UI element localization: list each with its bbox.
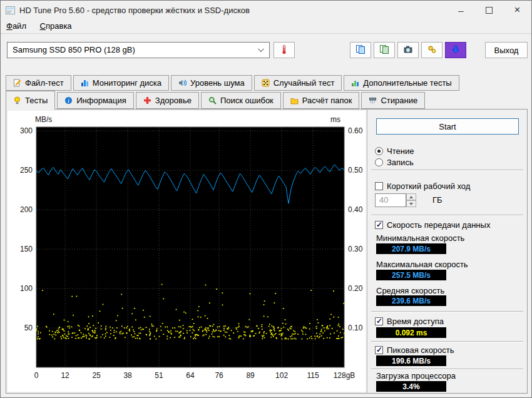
- checkbox-short-stroke[interactable]: Короткий рабочий ход: [375, 181, 470, 191]
- menu-item-help[interactable]: Справка: [34, 19, 78, 33]
- svg-text:25: 25: [92, 371, 101, 380]
- svg-text:115: 115: [307, 371, 319, 380]
- benchmark-chart: 3000.602500.502000.401500.301000.20500.1…: [8, 111, 366, 390]
- svg-text:0.40: 0.40: [348, 205, 363, 214]
- temperature-button[interactable]: [274, 42, 295, 58]
- gears-icon: [427, 44, 437, 56]
- tab-disk-monitor[interactable]: Мониторинг диска: [73, 75, 169, 91]
- drive-select[interactable]: Samsung SSD 850 PRO (128 gB): [7, 42, 270, 58]
- separator: [371, 215, 523, 216]
- svg-text:0: 0: [34, 371, 39, 380]
- close-button[interactable]: [503, 1, 531, 19]
- maximize-button[interactable]: [475, 1, 503, 19]
- menu-item-file[interactable]: Файл: [1, 19, 32, 33]
- tab-folder-usage[interactable]: Расчёт папок: [283, 92, 360, 109]
- tab-noise-level[interactable]: Уровень шума: [171, 75, 252, 91]
- svg-text:250: 250: [20, 166, 33, 175]
- menubar: Файл Справка: [1, 19, 531, 34]
- radio-write[interactable]: Запись: [375, 157, 414, 167]
- tab-extra-tests[interactable]: Дополнительные тесты: [344, 75, 459, 91]
- checkbox-icon: [375, 182, 383, 190]
- tab-error-scan[interactable]: Поиск ошибок: [201, 92, 281, 109]
- svg-text:200: 200: [20, 205, 33, 214]
- svg-text:76: 76: [215, 371, 223, 380]
- checkbox-burst-rate[interactable]: Пиковая скорость: [375, 345, 454, 355]
- access-time-label: Время доступа: [387, 317, 444, 326]
- checkbox-access-time[interactable]: Время доступа: [375, 316, 444, 326]
- tab-label: Информация: [76, 96, 126, 105]
- screenshot-button[interactable]: [397, 42, 419, 58]
- save-results-button[interactable]: [445, 42, 466, 58]
- svg-text:300: 300: [20, 126, 33, 135]
- tab-row-bottom: Тесты i Информация Здоровье Поиск ошибок…: [6, 92, 425, 110]
- separator: [371, 311, 523, 312]
- tests-tab-page: 3000.602500.502000.401500.301000.20500.1…: [6, 109, 528, 394]
- health-cross-icon: [143, 96, 151, 105]
- tab-label: Случайный тест: [274, 78, 335, 88]
- max-speed-value: 257.5 MB/s: [376, 270, 446, 280]
- folder-icon: [290, 96, 299, 105]
- cpu-usage-value: 3.4%: [376, 381, 446, 392]
- short-stroke-value-input[interactable]: 40: [375, 193, 406, 207]
- lamp-icon: [13, 96, 21, 105]
- start-button[interactable]: Start: [376, 118, 519, 135]
- shredder-icon: [369, 96, 377, 105]
- file-test-icon: [13, 79, 21, 87]
- avg-speed-value: 239.6 MB/s: [376, 295, 446, 306]
- radio-icon: [375, 158, 383, 166]
- tab-label: Здоровье: [155, 96, 192, 105]
- copy-image-icon: [379, 44, 389, 56]
- copy-info-button[interactable]: [350, 42, 371, 58]
- exit-button[interactable]: Выход: [485, 42, 528, 58]
- tab-label: Тесты: [25, 96, 48, 105]
- short-stroke-unit-label: ГБ: [432, 193, 442, 207]
- separator: [371, 170, 523, 171]
- copy-icon: [356, 44, 366, 56]
- spin-down-button[interactable]: [406, 200, 416, 207]
- start-button-label: Start: [439, 122, 456, 131]
- separator: [371, 369, 523, 370]
- svg-text:128gB: 128gB: [334, 371, 356, 380]
- options-button[interactable]: [421, 42, 442, 58]
- cpu-usage-label: Загрузка процессора: [376, 371, 456, 380]
- separator: [371, 341, 523, 342]
- short-stroke-size-control: 40 ГБ: [375, 193, 519, 207]
- minimize-button[interactable]: [447, 1, 475, 19]
- app-icon: [6, 6, 15, 14]
- tab-info[interactable]: i Информация: [57, 92, 134, 109]
- chevron-down-icon: [258, 46, 264, 52]
- download-arrow-icon: [451, 44, 461, 56]
- spin-up-button[interactable]: [406, 193, 416, 200]
- svg-text:0.10: 0.10: [348, 324, 363, 332]
- radio-write-label: Запись: [387, 158, 414, 167]
- dice-icon: [262, 79, 270, 87]
- window-title: HD Tune Pro 5.60 - средство проверки жёс…: [19, 6, 250, 15]
- checkbox-transfer-speed[interactable]: Скорость передачи данных: [375, 220, 490, 230]
- tab-label: Файл-тест: [25, 78, 64, 88]
- tab-health[interactable]: Здоровье: [136, 92, 199, 109]
- tab-label: Поиск ошибок: [220, 96, 274, 105]
- svg-text:89: 89: [246, 371, 255, 380]
- app-window: HD Tune Pro 5.60 - средство проверки жёс…: [0, 0, 532, 398]
- svg-text:0.30: 0.30: [348, 245, 363, 253]
- tab-tests[interactable]: Тесты: [6, 91, 55, 110]
- tab-erase[interactable]: Стирание: [361, 92, 425, 109]
- copy-image-button[interactable]: [374, 42, 395, 58]
- access-time-value: 0.092 ms: [376, 327, 446, 338]
- exit-button-label: Выход: [494, 46, 519, 55]
- drive-select-value: Samsung SSD 850 PRO (128 gB): [13, 45, 135, 54]
- svg-text:102: 102: [275, 371, 288, 380]
- tab-label: Стирание: [381, 96, 417, 105]
- arrow-down-icon: [409, 203, 413, 205]
- svg-text:51: 51: [155, 371, 163, 380]
- checkbox-icon: [375, 346, 383, 354]
- svg-text:50: 50: [24, 324, 33, 332]
- checkbox-icon: [375, 221, 383, 229]
- radio-read[interactable]: Чтение: [375, 146, 414, 156]
- svg-text:100: 100: [20, 284, 33, 293]
- tab-random-test[interactable]: Случайный тест: [254, 75, 342, 91]
- extra-tests-icon: [351, 79, 359, 87]
- tab-file-test[interactable]: Файл-тест: [6, 75, 71, 91]
- svg-text:12: 12: [61, 371, 69, 380]
- radio-icon: [375, 147, 383, 155]
